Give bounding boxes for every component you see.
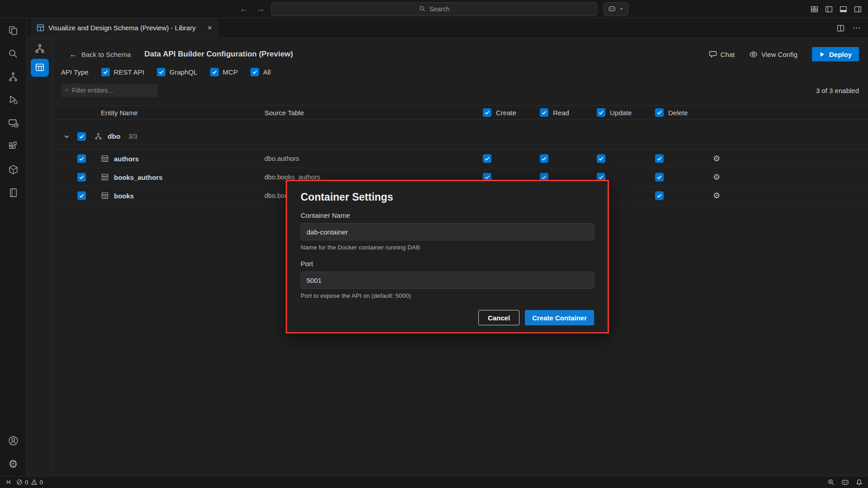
page-title: Data API Builder Configuration (Preview)	[144, 50, 293, 59]
screencast-zoom-icon[interactable]	[828, 479, 835, 486]
container-name-input[interactable]	[301, 223, 594, 240]
schema-icon	[94, 133, 102, 141]
errors-icon	[16, 479, 23, 485]
col-read: Read	[553, 109, 569, 117]
remote-indicator-icon[interactable]	[5, 479, 11, 485]
tab-title: Visualize and Design Schema (Preview) - …	[48, 24, 196, 32]
container-settings-dialog: Container Settings Container Name Name f…	[286, 180, 609, 333]
toggle-secondary-sidebar-icon[interactable]	[854, 5, 862, 13]
filter-entities-input[interactable]	[72, 87, 154, 94]
checkbox-checked[interactable]	[250, 68, 259, 76]
explorer-icon[interactable]	[8, 25, 19, 36]
play-icon	[819, 52, 825, 57]
read-checkbox[interactable]	[540, 155, 548, 163]
row-settings-gear-icon[interactable]: ⚙	[713, 192, 720, 200]
all-checkbox[interactable]: All	[250, 68, 271, 76]
table-icon	[101, 155, 108, 162]
source-table: dbo.authors	[264, 155, 299, 162]
table-icon	[101, 192, 108, 199]
tab-visualize-schema[interactable]: Visualize and Design Schema (Preview) - …	[31, 18, 218, 38]
tab-close-icon[interactable]: ×	[208, 23, 212, 33]
schema-designer-icon[interactable]	[34, 43, 45, 54]
tab-bar: Visualize and Design Schema (Preview) - …	[27, 18, 868, 38]
notifications-bell-icon[interactable]	[856, 479, 863, 486]
delete-checkbox[interactable]	[655, 155, 664, 163]
back-label: Back to Schema	[81, 51, 131, 58]
search-icon	[65, 87, 69, 94]
row-settings-gear-icon[interactable]: ⚙	[713, 155, 720, 163]
toggle-panel-icon[interactable]	[840, 5, 847, 13]
search-view-icon[interactable]	[8, 48, 19, 59]
customize-layout-icon[interactable]	[811, 5, 818, 13]
more-actions-icon[interactable]: ⋯	[853, 23, 861, 33]
enabled-summary: 3 of 3 enabled	[816, 87, 859, 94]
checkbox-checked[interactable]	[210, 68, 219, 76]
entity-name: authors	[114, 155, 139, 163]
filter-entities-field[interactable]	[61, 84, 158, 97]
api-type-label: API Type	[61, 68, 89, 76]
row-checkbox[interactable]	[77, 173, 86, 182]
back-arrow-icon: ←	[69, 50, 77, 59]
chat-label: Chat	[721, 51, 735, 58]
rest-api-checkbox[interactable]: REST API	[101, 68, 144, 76]
row-checkbox[interactable]	[77, 155, 86, 163]
create-all-checkbox[interactable]	[483, 108, 491, 117]
toggle-primary-sidebar-icon[interactable]	[825, 5, 833, 13]
rest-api-label: REST API	[114, 68, 144, 76]
account-icon[interactable]	[8, 435, 19, 446]
cancel-button[interactable]: Cancel	[478, 310, 519, 325]
back-to-schema-link[interactable]: ← Back to Schema	[69, 50, 131, 59]
graphql-label: GraphQL	[170, 68, 198, 76]
notebook-icon[interactable]	[8, 188, 19, 198]
container-name-help: Name for the Docker container running DA…	[301, 244, 594, 251]
create-checkbox[interactable]	[483, 155, 491, 163]
run-debug-icon[interactable]	[8, 94, 19, 105]
checkbox-checked[interactable]	[157, 68, 165, 76]
mcp-label: MCP	[223, 68, 238, 76]
api-type-filter-row: API Type REST API GraphQL MCP	[61, 66, 271, 78]
create-container-button[interactable]: Create Container	[525, 310, 594, 325]
schema-tab-icon	[37, 24, 44, 32]
port-input[interactable]	[301, 272, 594, 289]
command-center-search[interactable]: Search	[271, 2, 597, 16]
update-all-checkbox[interactable]	[597, 108, 605, 117]
table-icon	[101, 174, 108, 181]
back-arrow-icon[interactable]: ←	[240, 4, 248, 14]
data-api-builder-icon[interactable]	[31, 59, 49, 77]
update-checkbox[interactable]	[597, 155, 605, 163]
chevron-down-icon[interactable]	[63, 133, 70, 140]
col-create: Create	[496, 109, 516, 117]
remote-explorer-icon[interactable]	[8, 117, 19, 129]
col-source-table: Source Table	[264, 109, 304, 117]
settings-gear-icon[interactable]: ⚙	[8, 459, 18, 469]
copilot-status-icon[interactable]	[841, 479, 849, 486]
designer-tool-strip	[27, 38, 53, 476]
delete-checkbox[interactable]	[655, 173, 664, 182]
delete-checkbox[interactable]	[655, 191, 664, 200]
activity-bar: ⚙	[0, 18, 27, 476]
problems-indicator[interactable]: 0 0	[16, 479, 43, 486]
forward-arrow-icon[interactable]: →	[256, 4, 265, 14]
extensions-icon[interactable]	[8, 141, 19, 152]
mcp-checkbox[interactable]: MCP	[210, 68, 238, 76]
view-config-button[interactable]: View Config	[749, 50, 797, 59]
copilot-menu[interactable]	[604, 2, 628, 16]
filter-row: 3 of 3 enabled	[61, 84, 859, 97]
delete-all-checkbox[interactable]	[655, 108, 664, 117]
schema-group-row[interactable]: dbo 3/3	[53, 126, 868, 147]
chat-button[interactable]: Chat	[709, 50, 735, 58]
graphql-checkbox[interactable]: GraphQL	[157, 68, 198, 76]
row-settings-gear-icon[interactable]: ⚙	[713, 173, 720, 181]
row-checkbox[interactable]	[77, 191, 86, 200]
group-checkbox[interactable]	[77, 132, 86, 141]
database-projects-icon[interactable]	[8, 164, 19, 175]
checkbox-checked[interactable]	[101, 68, 110, 76]
entity-table-header: Entity Name Source Table Create Read Upd…	[53, 105, 868, 120]
read-all-checkbox[interactable]	[540, 108, 548, 117]
deploy-label: Deploy	[829, 51, 852, 58]
deploy-button[interactable]: Deploy	[812, 47, 859, 61]
split-editor-icon[interactable]	[837, 24, 844, 32]
col-entity-name: Entity Name	[101, 109, 138, 117]
source-control-icon[interactable]	[8, 71, 19, 82]
warnings-icon	[31, 479, 38, 485]
